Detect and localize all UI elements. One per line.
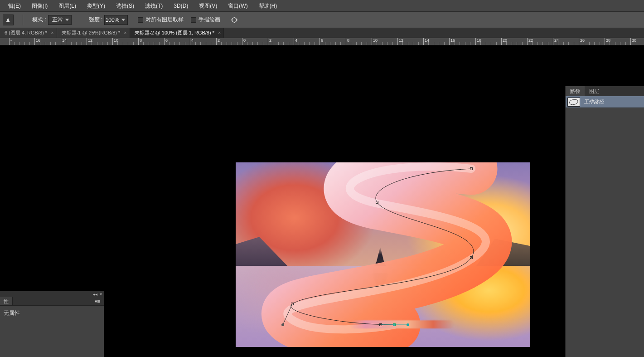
path-handle[interactable] [407,323,409,326]
paths-panel: 路径 图层 工作路径 [565,86,644,357]
ruler-tick-minor [480,42,481,45]
document-tab-2[interactable]: 未标题-2 @ 100% (图层 1, RGB/8) * × [130,28,224,38]
close-icon[interactable]: × [218,30,221,35]
ruler-tick-minor [227,42,227,45]
ruler-tick-minor [154,42,154,45]
ruler-tick-minor [133,42,134,45]
collapse-icon[interactable]: ◂◂ [93,292,97,297]
ruler-tick-minor [117,42,118,45]
ruler-tick-minor [45,42,45,45]
ruler-tick-minor [309,42,310,45]
sample-all-layers-option[interactable]: 对所有图层取样 [138,16,184,24]
ruler-tick-minor [76,42,77,45]
ruler-tick-minor [325,42,325,45]
ruler-tick-minor [149,42,149,45]
ruler-tick-minor [92,42,92,45]
panel-menu-icon[interactable]: ▾≡ [91,297,104,305]
path-anchor[interactable] [376,201,378,204]
menu-help[interactable]: 帮助(H) [253,0,283,12]
ruler-tick-minor [367,42,367,45]
close-icon[interactable]: × [124,30,126,35]
panel-tabs: 性 ▾≡ [0,297,104,306]
ruler-tick-minor [387,42,387,45]
ruler-tick-minor [568,42,569,45]
tab-paths[interactable]: 路径 [566,86,585,96]
menu-view[interactable]: 视图(V) [194,0,223,12]
ruler-tick-minor [615,42,615,45]
ruler-tick-minor [382,42,383,45]
ruler-tick-minor [486,42,486,45]
sample-all-layers-checkbox[interactable] [138,17,143,23]
pressure-icon[interactable] [229,15,239,25]
document-tab-1[interactable]: 未标题-1 @ 25%(RGB/8) * × [57,28,130,38]
finger-painting-checkbox[interactable] [191,17,196,23]
ruler-tick-minor [594,42,595,45]
document-tab-0[interactable]: 6 (图层 4, RGB/8) * × [0,28,57,38]
path-anchor-selected[interactable] [393,323,396,326]
path-row-work-path[interactable]: 工作路径 [566,96,644,108]
ruler-tick-minor [496,42,497,45]
ruler-tick-major: 8 [138,38,142,45]
ruler-tick-major: 4 [190,38,194,45]
document-tabs: 6 (图层 4, RGB/8) * × 未标题-1 @ 25%(RGB/8) *… [0,28,644,38]
options-bar: 模式 : 正常 强度 : 100% 对所有图层取样 手指绘画 [0,12,644,28]
ruler-tick-minor [185,42,185,45]
ruler-tick-major: 4 [294,38,297,45]
finger-painting-option[interactable]: 手指绘画 [191,16,220,24]
close-icon[interactable]: × [51,30,53,35]
menu-bar: 辑(E) 图像(I) 图层(L) 类型(Y) 选择(S) 滤镜(T) 3D(D)… [0,0,644,12]
document-tab-title: 未标题-1 @ 25%(RGB/8) * [62,29,121,36]
ruler-tick-major: 30 [630,38,636,45]
ruler-tick-minor [232,42,232,45]
smudge-tool-icon[interactable] [3,15,14,25]
menu-layer[interactable]: 图层(L) [53,0,82,12]
ruler-tick-major: 8 [346,38,349,45]
menu-window[interactable]: 窗口(W) [223,0,253,12]
menu-select[interactable]: 选择(S) [111,0,140,12]
ruler-tick-minor [159,42,160,45]
horizontal-ruler[interactable]: -161412108642024681012141618202224262830 [0,38,644,45]
ruler-tick-minor [392,42,393,45]
mode-value: 正常 [52,16,63,24]
ruler-tick-minor [82,42,82,45]
path-anchor[interactable] [470,167,473,170]
menu-image[interactable]: 图像(I) [26,0,53,12]
path-anchor[interactable] [470,256,473,259]
menu-3d[interactable]: 3D(D) [168,0,194,12]
path-anchor[interactable] [291,303,294,305]
ruler-tick-minor [351,42,351,45]
ruler-tick-major: 0 [242,38,246,45]
ruler-tick-minor [506,42,507,45]
path-handle[interactable] [281,323,284,326]
properties-tab[interactable]: 性 [0,297,13,305]
strength-label: 强度 : [89,16,103,24]
tab-layers[interactable]: 图层 [585,86,604,96]
strength-value: 100% [106,17,120,23]
ruler-tick-minor [257,42,258,45]
ruler-tick-minor [455,42,455,45]
menu-filter[interactable]: 滤镜(T) [140,0,168,12]
ruler-tick-major: 6 [164,38,168,45]
no-properties-label: 无属性 [4,310,20,316]
ruler-tick-minor [40,42,40,45]
ruler-tick-minor [434,42,434,45]
mode-dropdown[interactable]: 正常 [48,15,72,25]
menu-edit[interactable]: 辑(E) [3,0,26,12]
ruler-tick-minor [221,42,222,45]
path-thumbnail [567,98,580,107]
ruler-tick-minor [97,42,97,45]
ruler-tick-minor [330,42,330,45]
path-handle[interactable] [379,323,382,326]
close-icon[interactable]: × [99,292,102,297]
ruler-tick-minor [71,42,72,45]
ruler-tick-minor [143,42,144,45]
ruler-tick-minor [625,42,626,45]
menu-type[interactable]: 类型(Y) [82,0,111,12]
ruler-tick-minor [428,42,429,45]
ruler-tick-minor [102,42,102,45]
ruler-tick-minor [439,42,439,45]
strength-field[interactable]: 100% [104,15,128,25]
ruler-tick-minor [356,42,357,45]
bezier-path-overlay[interactable] [236,162,530,347]
ruler-tick-minor [444,42,445,45]
